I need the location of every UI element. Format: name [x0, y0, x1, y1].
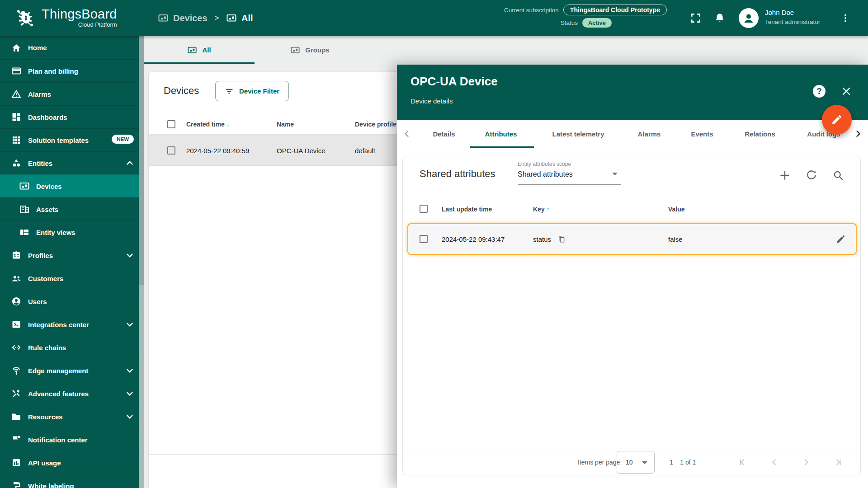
devices-icon — [19, 181, 30, 192]
sidebar-item-api-usage[interactable]: API usage — [0, 451, 144, 474]
help-icon[interactable]: ? — [813, 85, 826, 98]
devices-title: Devices — [164, 85, 199, 97]
code-icon — [11, 342, 22, 353]
sidebar-item-edge-management[interactable]: Edge management — [0, 359, 144, 382]
device-filter-button[interactable]: Device Filter — [215, 81, 289, 101]
sidebar-item-profiles[interactable]: Profiles — [0, 244, 144, 267]
col-last-update-time[interactable]: Last update time — [442, 206, 492, 213]
chevron-down-icon — [125, 250, 135, 260]
sidebar-item-advanced-features[interactable]: Advanced features — [0, 382, 144, 405]
copy-icon[interactable] — [557, 235, 566, 243]
sidebar-item-home[interactable]: Home — [0, 36, 144, 59]
scrollbar-thumb[interactable] — [139, 36, 144, 285]
dropdown-caret-icon[interactable] — [612, 173, 618, 175]
sidebar-item-entities[interactable]: Entities — [0, 151, 144, 174]
device-details-panel: OPC-UA Device Device details ? Details A… — [397, 65, 868, 488]
tabs-scroll-right-icon[interactable] — [853, 128, 863, 139]
shapes-icon — [11, 158, 22, 169]
sidebar-item-users[interactable]: Users — [0, 290, 144, 313]
first-page-button[interactable] — [737, 457, 748, 468]
subscription-plan-pill[interactable]: ThingsBoard Cloud Prototype — [563, 5, 667, 15]
breadcrumb-devices[interactable]: Devices — [158, 13, 208, 23]
sidebar-item-integrations-center[interactable]: Integrations center — [0, 313, 144, 336]
sort-desc-icon: ↓ — [226, 121, 230, 128]
scope-select-underline — [518, 184, 621, 185]
col-created-time[interactable]: Created time ↓ — [186, 121, 230, 128]
warning-icon — [11, 89, 22, 99]
col-key[interactable]: Key ↑ — [533, 206, 550, 213]
brand-text: ThingsBoard Cloud Platform — [42, 7, 117, 28]
sidebar-item-assets[interactable]: Assets — [0, 197, 144, 221]
sidebar-item-dashboards[interactable]: Dashboards — [0, 105, 144, 128]
edit-attribute-pencil-icon[interactable] — [836, 234, 846, 244]
row-checkbox[interactable] — [167, 146, 175, 155]
chart-box-icon — [11, 457, 22, 468]
sidebar-item-alarms[interactable]: Alarms — [0, 82, 144, 105]
tab-relations[interactable]: Relations — [745, 120, 775, 148]
close-icon[interactable] — [841, 86, 852, 97]
page-range-label: 1 – 1 of 1 — [670, 459, 696, 466]
chevron-down-icon — [125, 412, 135, 422]
cell-last-update-time: 2024-05-22 09:43:47 — [442, 235, 505, 243]
sidebar-item-plan-and-billing[interactable]: Plan and billing — [0, 59, 144, 82]
edit-fab-button[interactable] — [822, 105, 852, 135]
notifications-bell-button[interactable] — [712, 0, 727, 36]
paint-roller-icon — [11, 480, 22, 488]
user-role: Tenant administrator — [765, 18, 820, 27]
fullscreen-button[interactable] — [689, 0, 703, 36]
app-window: All Groups Devices Device Filter — [0, 0, 868, 488]
sidebar-item-entity-views[interactable]: Entity views — [0, 221, 144, 244]
tab-all[interactable]: All — [144, 36, 255, 64]
sidebar-item-rule-chains[interactable]: Rule chains — [0, 336, 144, 359]
select-all-attributes-checkbox[interactable] — [420, 205, 428, 213]
brand-logo[interactable]: ThingsBoard Cloud Platform — [14, 5, 117, 29]
tab-details[interactable]: Details — [433, 120, 455, 148]
grid-icon — [11, 135, 22, 145]
sidebar-scrollbar[interactable] — [139, 36, 144, 488]
add-attribute-button[interactable] — [778, 169, 791, 182]
tab-groups[interactable]: Groups — [255, 36, 365, 64]
chevron-down-icon — [125, 389, 135, 399]
entity-tabs: All Groups — [144, 36, 365, 64]
scope-select[interactable]: Shared attributes — [518, 170, 573, 178]
devices-icon — [226, 13, 237, 23]
sidebar-item-white-labeling[interactable]: White labeling — [0, 474, 144, 488]
dropdown-caret-icon — [642, 461, 647, 464]
sidebar-item-notification-center[interactable]: Notification center — [0, 428, 144, 451]
col-name[interactable]: Name — [277, 121, 294, 128]
breadcrumb-separator: > — [215, 14, 219, 22]
brand-name: ThingsBoard — [42, 7, 117, 21]
credit-card-icon — [11, 66, 22, 76]
sidebar-item-devices[interactable]: Devices — [0, 174, 144, 197]
next-page-button[interactable] — [801, 457, 811, 468]
kebab-menu-button[interactable] — [839, 0, 852, 36]
user-avatar[interactable] — [739, 8, 759, 28]
user-name: John Doe — [765, 8, 820, 18]
tabs-scroll-left-icon[interactable] — [401, 128, 412, 139]
last-page-button[interactable] — [832, 457, 843, 468]
tab-latest-telemetry[interactable]: Latest telemetry — [552, 120, 604, 148]
user-info[interactable]: John Doe Tenant administrator — [765, 8, 820, 27]
attribute-row[interactable]: 2024-05-22 09:43:47 status false — [407, 223, 857, 255]
col-device-profile[interactable]: Device profile — [355, 121, 396, 128]
sidebar-item-solution-templates[interactable]: Solution templates NEW — [0, 128, 144, 151]
paginator: Items per page: 10 1 – 1 of 1 — [403, 449, 860, 475]
sidebar-item-resources[interactable]: Resources — [0, 405, 144, 428]
active-tab-underline — [470, 146, 534, 148]
breadcrumb-all[interactable]: All — [226, 13, 253, 23]
attribute-row-checkbox[interactable] — [420, 235, 428, 243]
col-value[interactable]: Value — [668, 206, 685, 213]
attributes-card: Shared attributes Entity attributes scop… — [402, 156, 861, 475]
tab-alarms[interactable]: Alarms — [638, 120, 661, 148]
breadcrumb: Devices > All — [158, 0, 253, 36]
items-per-page-value: 10 — [626, 459, 633, 466]
tab-attributes[interactable]: Attributes — [485, 120, 517, 148]
antenna-icon — [11, 365, 22, 376]
search-button[interactable] — [832, 169, 844, 182]
refresh-button[interactable] — [805, 169, 818, 182]
sidebar-item-customers[interactable]: Customers — [0, 267, 144, 290]
items-per-page-select[interactable]: 10 — [617, 451, 655, 474]
tab-events[interactable]: Events — [691, 120, 713, 148]
previous-page-button[interactable] — [769, 457, 780, 468]
select-all-checkbox[interactable] — [167, 120, 175, 128]
